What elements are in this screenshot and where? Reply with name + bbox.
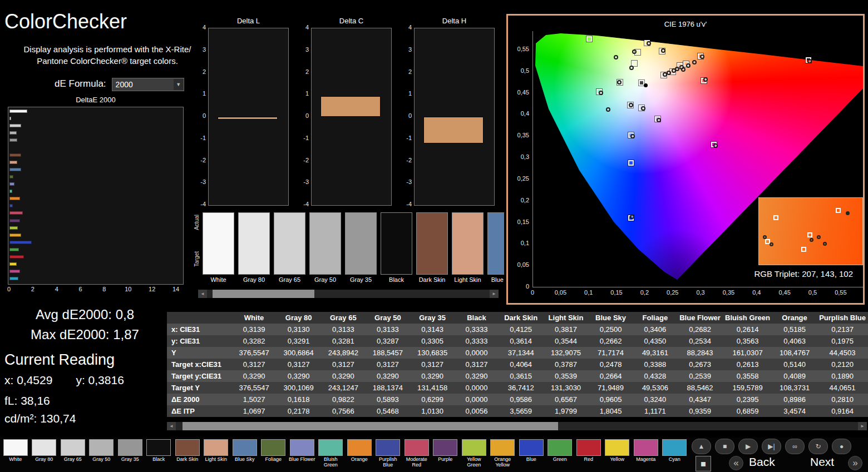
table-cell: 0,3614: [499, 335, 544, 347]
patch-button-bluish-green[interactable]: Bluish Green: [317, 439, 346, 469]
patch-label: Purple: [431, 457, 460, 469]
axis-tick: -4: [298, 201, 309, 207]
patch-button-purple[interactable]: Purple: [431, 439, 460, 469]
axis-tick: 12: [146, 286, 157, 292]
table-scrollbar[interactable]: ◄ ►: [167, 422, 867, 430]
strip-scroll-track[interactable]: [207, 290, 490, 298]
table-cell: 44,0651: [817, 382, 868, 394]
table-cell: 88,5462: [677, 382, 723, 394]
patch-button-moderate-red[interactable]: Moderate Red: [402, 439, 431, 469]
patch-swatch-gray-35: [118, 439, 142, 456]
patch-label: Moderate Red: [402, 457, 431, 469]
axis-tick: 3: [195, 46, 206, 53]
record-button[interactable]: ●: [832, 439, 851, 454]
patch-button-white[interactable]: White: [1, 439, 30, 469]
strip-scrollbar[interactable]: ◄ ►: [198, 290, 499, 298]
patch-button-dark-skin[interactable]: Dark Skin: [173, 439, 202, 469]
axis-tick: 1: [298, 90, 309, 97]
strip-scroll-thumb[interactable]: [213, 290, 314, 298]
back-chevron-icon[interactable]: «: [729, 456, 743, 470]
table-cell: 0,3133: [321, 324, 366, 335]
column-header: Orange: [772, 312, 817, 324]
next-button[interactable]: Next: [810, 455, 834, 469]
patch-button-blue-flower[interactable]: Blue Flower: [288, 439, 317, 469]
strip-item-gray-80: Gray 80: [238, 212, 270, 283]
deltae-bar-purple: [9, 219, 20, 222]
patch-button-orange[interactable]: Orange: [345, 439, 374, 469]
cie-actual-point: [641, 106, 645, 111]
strip-swatch-label: Gray 80: [238, 276, 270, 283]
column-header: Dark Skin: [499, 312, 544, 324]
table-cell: 0,1890: [817, 370, 868, 382]
table-cell: 0,3406: [633, 324, 677, 335]
patch-button-blue-sky[interactable]: Blue Sky: [230, 439, 259, 469]
patch-button-gray-80[interactable]: Gray 80: [30, 439, 59, 469]
axis-tick: 4: [298, 24, 309, 31]
continuous-button[interactable]: ∞: [785, 439, 805, 454]
patch-swatch-gray-50: [89, 439, 114, 456]
stop-button[interactable]: ■: [715, 439, 734, 454]
patch-button-magenta[interactable]: Magenta: [632, 439, 660, 469]
table-cell: 0,3544: [544, 335, 589, 347]
table-cell: 0,4347: [677, 394, 723, 405]
table-cell: 0,9586: [499, 394, 544, 405]
strip-swatch-dark-skin: [416, 212, 448, 275]
inset-actual-marker: [823, 242, 827, 246]
window-button[interactable]: ◼: [696, 456, 711, 471]
patch-button-gray-35[interactable]: Gray 35: [116, 439, 145, 469]
delta-l-title: Delta L: [208, 17, 289, 25]
scroll-left-icon[interactable]: ◄: [167, 422, 176, 430]
patch-label: Yellow Green: [460, 457, 489, 469]
patch-button-yellow-green[interactable]: Yellow Green: [460, 439, 489, 469]
patch-button-red[interactable]: Red: [574, 439, 603, 469]
de-formula-select[interactable]: 2000▼: [112, 78, 184, 91]
scroll-left-icon[interactable]: ◄: [198, 290, 207, 298]
patch-button-blue[interactable]: Blue: [517, 439, 546, 469]
play-button[interactable]: ▶: [738, 439, 758, 454]
table-cell: 0,2682: [677, 324, 723, 335]
patch-button-light-skin[interactable]: Light Skin: [202, 439, 231, 469]
refresh-button[interactable]: ↻: [808, 439, 828, 454]
colorchecker-app: ColorChecker Display analysis is perform…: [0, 0, 868, 472]
scroll-right-icon[interactable]: ►: [490, 290, 499, 298]
table-cell: 0,2673: [677, 359, 723, 370]
axis-tick: 0,3: [509, 153, 529, 160]
table-cell: 159,5789: [723, 382, 772, 394]
strip-swatch-label: Black: [381, 276, 412, 283]
patch-button-yellow[interactable]: Yellow: [603, 439, 632, 469]
back-button[interactable]: Back: [749, 455, 775, 469]
inset-target-marker: [836, 208, 841, 213]
step-button[interactable]: ▶|: [762, 439, 781, 454]
table-cell: 0,9164: [817, 405, 868, 417]
axis-tick: 14: [170, 286, 181, 292]
patch-button-foliage[interactable]: Foliage: [259, 439, 288, 469]
table-cell: 0,3290: [321, 370, 366, 382]
table-scroll-track[interactable]: [176, 422, 858, 430]
scroll-right-icon[interactable]: ►: [858, 422, 867, 430]
axis-tick: 2: [298, 68, 309, 75]
patch-button-orange-yellow[interactable]: Orange Yellow: [489, 439, 517, 469]
next-chevron-icon[interactable]: »: [848, 456, 862, 470]
axis-tick: 4: [195, 24, 206, 31]
patch-swatch-magenta: [634, 439, 658, 456]
cie-actual-point: [700, 54, 704, 59]
axis-tick: 0,1: [579, 289, 599, 296]
patch-button-black[interactable]: Black: [145, 439, 174, 469]
row-label: x: CIE31: [167, 324, 231, 335]
axis-tick: 0,4: [509, 110, 529, 117]
patch-button-gray-65[interactable]: Gray 65: [58, 439, 87, 469]
table-cell: 88,2843: [677, 347, 723, 359]
patch-button-gray-50[interactable]: Gray 50: [87, 439, 116, 469]
patch-button-cyan[interactable]: Cyan: [660, 439, 689, 469]
capture-button[interactable]: ▲: [692, 439, 711, 454]
patch-button-green[interactable]: Green: [546, 439, 575, 469]
table-scroll-thumb[interactable]: [183, 422, 558, 430]
table-cell: 0,2614: [723, 324, 772, 335]
table-cell: 0,4064: [499, 359, 544, 370]
table-cell: 0,3333: [455, 335, 499, 347]
play-icon: ▶: [746, 443, 751, 450]
patch-button-purplish-blue[interactable]: Purplish Blue: [374, 439, 403, 469]
column-header: [167, 312, 231, 324]
column-header: Gray 65: [321, 312, 366, 324]
table-cell: 3,4574: [772, 405, 817, 417]
